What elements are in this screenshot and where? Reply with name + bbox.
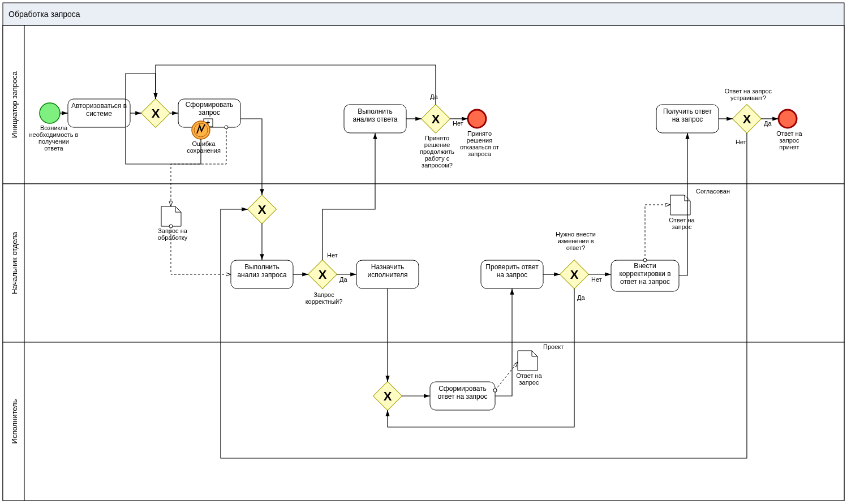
pool-header — [3, 3, 844, 25]
end-event-refuse-label: Принято решения отказаться от запроса — [455, 130, 504, 157]
gateway-answer-ok-no-label: Нет — [736, 139, 746, 145]
document-approved-state: Согласован — [696, 188, 730, 195]
gateway-continue-no-label: Нет — [453, 120, 463, 127]
document-approved-label: Ответ на запрос — [665, 217, 699, 230]
gateway-request-correct-label: Запрос корректный? — [303, 291, 345, 305]
task-form-request-label: Сформировать запрос — [181, 101, 238, 117]
gateway-changes-needed-no-label: Нет — [591, 276, 602, 283]
gateway-request-correct-no-label: Нет — [327, 252, 338, 259]
error-event-label: Ошибка сохранения — [184, 140, 223, 154]
gateway-answer-ok-yes-label: Да — [764, 120, 772, 127]
task-edit-answer-label: Внести корректировки в ответ на запрос — [614, 262, 676, 286]
document-draft-state: Проект — [543, 343, 564, 350]
task-analyze-request-label: Выполнить анализ запроса — [234, 263, 290, 279]
gateway-request-correct-yes-label: Да — [339, 276, 347, 283]
gateway-answer-ok-label: Ответ на запрос устраивает? — [719, 88, 778, 101]
gateway-continue-yes-label: Да — [430, 93, 438, 100]
task-assign-label: Назначить исполнителя — [359, 263, 416, 279]
lane-1-label: Инициатор запроса — [10, 71, 19, 138]
task-form-answer-label: Сформировать ответ на запрос — [433, 385, 492, 400]
lane-3-label: Исполнитель — [10, 399, 19, 443]
task-auth-label: Авторизоваться в системе — [71, 102, 127, 118]
svg-text:X: X — [432, 112, 440, 126]
start-event-label: Возникла необходимость в получении ответ… — [28, 124, 79, 152]
svg-text:X: X — [743, 112, 751, 126]
lane-3 — [24, 342, 844, 501]
document-request-label: Запрос на обработку — [150, 227, 195, 241]
document-draft-label: Ответ на запрос — [512, 372, 546, 386]
end-event-accepted — [779, 110, 797, 128]
task-get-answer-label: Получить ответ на запрос — [659, 107, 716, 123]
document-draft-answer — [518, 351, 538, 371]
svg-text:X: X — [570, 268, 579, 282]
pool-title: Обработка запроса — [8, 10, 80, 19]
gateway-changes-needed-label: Нужно внести изменения в ответ? — [552, 231, 600, 251]
svg-text:X: X — [152, 106, 160, 120]
document-request — [161, 206, 181, 226]
end-event-accepted-label: Ответ на запрос принят — [769, 130, 809, 150]
task-analyze-answer-label: Выполнить анализ ответа — [347, 107, 403, 123]
error-boundary-event — [192, 121, 210, 139]
gateway-continue-label: Принято решение продолжить работу с запр… — [413, 135, 461, 169]
svg-text:X: X — [258, 203, 266, 217]
end-event-refuse — [468, 110, 486, 128]
lane-2 — [24, 184, 844, 342]
lane-2-label: Начальник отдела — [10, 231, 19, 294]
svg-text:X: X — [319, 268, 327, 282]
start-event — [40, 103, 60, 123]
svg-text:X: X — [384, 389, 392, 403]
task-check-answer-label: Проверить ответ на запрос — [484, 263, 540, 279]
gateway-changes-needed-yes-label: Да — [577, 294, 585, 301]
